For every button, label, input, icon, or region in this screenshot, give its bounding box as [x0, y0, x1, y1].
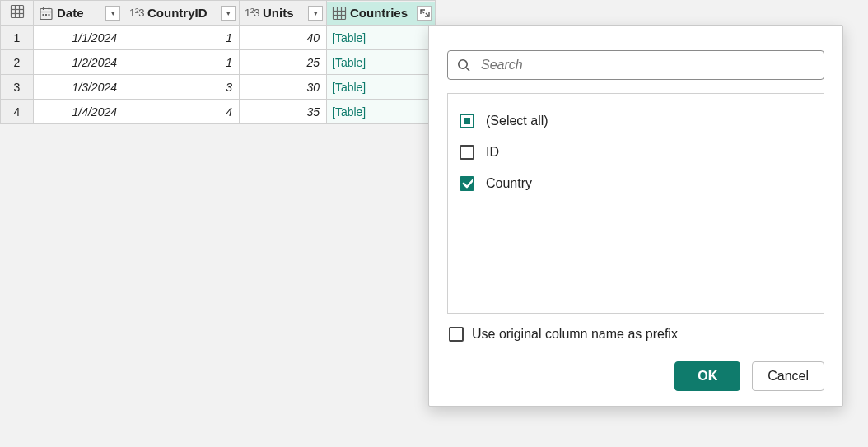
checkbox-indeterminate[interactable]: [460, 114, 474, 128]
cell-units[interactable]: 40: [240, 26, 327, 50]
cell-countries[interactable]: [Table]: [327, 50, 436, 75]
prefix-option[interactable]: Use original column name as prefix: [447, 327, 824, 342]
option-select-all[interactable]: (Select all): [460, 105, 812, 137]
data-grid: Date ▾ 123 CountryID ▾ 123: [0, 0, 436, 124]
column-label: Units: [263, 6, 294, 20]
table-icon: [332, 6, 347, 21]
cell-countries[interactable]: [Table]: [327, 100, 436, 124]
cell-countries[interactable]: [Table]: [327, 26, 436, 50]
cell-countryid[interactable]: 3: [124, 75, 240, 100]
column-label: Countries: [350, 6, 408, 20]
column-header-units[interactable]: 123 Units ▾: [240, 1, 327, 26]
row-header[interactable]: 2: [1, 50, 34, 75]
cell-countryid[interactable]: 1: [124, 26, 240, 50]
checkbox-unchecked[interactable]: [449, 327, 464, 342]
column-label: CountryID: [147, 6, 208, 20]
corner-cell[interactable]: [1, 1, 34, 26]
column-filter-button[interactable]: ▾: [221, 6, 236, 21]
cell-units[interactable]: 30: [240, 75, 327, 100]
cell-units[interactable]: 25: [240, 50, 327, 75]
option-id[interactable]: ID: [460, 137, 812, 168]
search-box[interactable]: [447, 50, 824, 80]
column-header-countries[interactable]: Countries: [327, 1, 436, 26]
ok-button[interactable]: OK: [674, 361, 740, 391]
column-label: Date: [57, 6, 84, 20]
cell-date[interactable]: 1/2/2024: [34, 50, 124, 75]
option-label: ID: [486, 145, 499, 160]
number-type-icon: 123: [245, 7, 259, 19]
number-type-icon: 123: [129, 7, 144, 19]
cell-countryid[interactable]: 1: [124, 50, 240, 75]
cell-countries[interactable]: [Table]: [327, 75, 436, 100]
search-icon: [456, 58, 471, 72]
option-label: (Select all): [486, 114, 548, 128]
cancel-button[interactable]: Cancel: [752, 361, 824, 391]
calendar-icon: [39, 6, 54, 21]
search-input[interactable]: [479, 57, 815, 73]
cell-date[interactable]: 1/3/2024: [34, 75, 124, 100]
table-icon: [10, 4, 25, 19]
cell-countryid[interactable]: 4: [124, 100, 240, 124]
option-country[interactable]: Country: [460, 168, 812, 199]
option-label: Country: [486, 176, 532, 191]
expand-column-popup: (Select all) ID Country Use original col…: [428, 25, 843, 407]
expand-column-button[interactable]: [417, 6, 432, 21]
column-filter-button[interactable]: ▾: [105, 6, 120, 21]
row-header[interactable]: 4: [1, 100, 34, 124]
cell-units[interactable]: 35: [240, 100, 327, 124]
column-list: (Select all) ID Country: [447, 93, 824, 314]
prefix-label: Use original column name as prefix: [472, 327, 678, 342]
column-header-countryid[interactable]: 123 CountryID ▾: [124, 1, 240, 26]
column-filter-button[interactable]: ▾: [308, 6, 323, 21]
row-header[interactable]: 1: [1, 26, 34, 50]
cell-date[interactable]: 1/4/2024: [34, 100, 124, 124]
checkbox-unchecked[interactable]: [460, 145, 474, 160]
row-header[interactable]: 3: [1, 75, 34, 100]
checkbox-checked[interactable]: [460, 176, 474, 191]
column-header-date[interactable]: Date ▾: [34, 1, 124, 26]
cell-date[interactable]: 1/1/2024: [34, 26, 124, 50]
